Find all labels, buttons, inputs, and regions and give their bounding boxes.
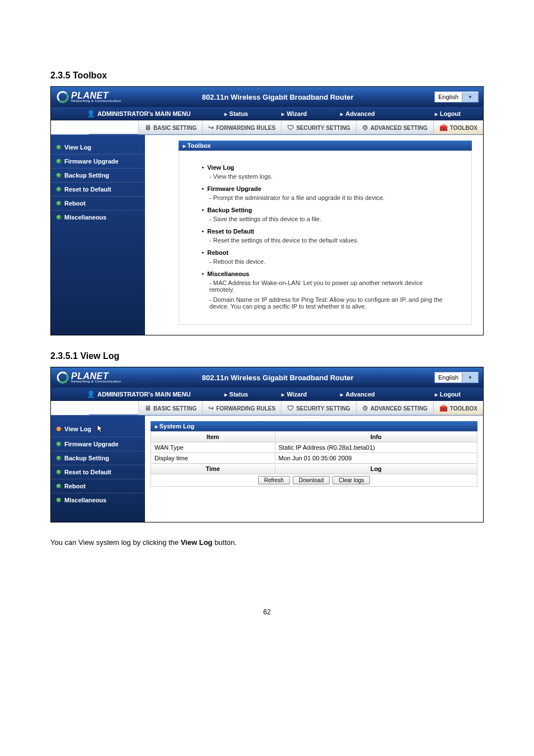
tb-item: Reboot [202, 249, 449, 256]
content-panel: Toolbox View Log - View the system logs.… [145, 135, 483, 335]
menu-item-status[interactable]: Status [224, 110, 249, 117]
sub-tabs: 🖥BASIC SETTING ↪FORWARDING RULES 🛡SECURI… [51, 401, 483, 416]
bullet-icon [57, 187, 61, 192]
tb-desc: - Save the settings of this device to a … [209, 216, 449, 222]
menu-item-logout[interactable]: Logout [435, 110, 461, 117]
bullet-icon [57, 215, 61, 220]
tb-desc: - Reset the settings of this device to t… [209, 237, 449, 244]
sidebar-item-firmware[interactable]: Firmware Upgrade [51, 437, 145, 451]
menu-item-status[interactable]: Status [224, 391, 249, 398]
page-number: 62 [50, 608, 484, 616]
clear-logs-button[interactable]: Clear logs [332, 476, 370, 484]
admin-label: 👤 ADMINISTRATOR's MAIN MENU [51, 390, 191, 398]
chevron-down-icon: ▼ [462, 373, 478, 382]
menu-item-advanced[interactable]: Advanced [340, 110, 375, 117]
tb-item: View Log [202, 164, 449, 171]
tb-item: Miscellaneous [202, 270, 449, 277]
tab-advanced[interactable]: ⚙ADVANCED SETTING [356, 121, 433, 134]
tb-desc: - View the system logs. [209, 173, 449, 180]
brand-logo: PLANET Networking & Communication [51, 91, 121, 103]
tab-forwarding[interactable]: ↪FORWARDING RULES [202, 121, 281, 134]
bullet-icon [57, 159, 61, 164]
tab-toolbox[interactable]: 🧰TOOLBOX [433, 121, 483, 134]
bullet-icon [57, 427, 61, 431]
refresh-button[interactable]: Refresh [258, 476, 290, 484]
toolbox-icon: 🧰 [439, 404, 448, 412]
tb-item: Reset to Default [202, 228, 449, 235]
cell-info: Mon Jun 01 00:35:06 2009 [275, 453, 477, 464]
tab-basic[interactable]: 🖥BASIC SETTING [138, 121, 202, 134]
bullet-icon [57, 498, 61, 502]
bullet-icon [57, 470, 61, 474]
tab-basic[interactable]: 🖥BASIC SETTING [138, 402, 202, 415]
sidebar-item-viewlog[interactable]: View Log [51, 141, 145, 155]
sidebar: View Log Firmware Upgrade Backup Setting… [51, 135, 145, 335]
download-button[interactable]: Download [293, 476, 330, 484]
bullet-icon [57, 456, 61, 460]
sidebar-item-backup[interactable]: Backup Setting [51, 451, 145, 465]
main-menu: 👤 ADMINISTRATOR's MAIN MENU Status Wizar… [51, 107, 483, 120]
brand-logo: PLANET Networking & Communication [51, 371, 121, 384]
forward-icon: ↪ [208, 404, 214, 412]
screenshot-toolbox: PLANET Networking & Communication 802.11… [50, 86, 484, 335]
tab-toolbox[interactable]: 🧰TOOLBOX [433, 402, 483, 415]
tab-security[interactable]: 🛡SECURITY SETTING [281, 121, 356, 134]
tb-desc: - Reboot this device. [209, 258, 449, 265]
language-select[interactable]: English ▼ [434, 372, 479, 383]
menu-item-advanced[interactable]: Advanced [340, 391, 375, 398]
menu-item-wizard[interactable]: Wizard [282, 110, 307, 117]
sidebar-item-viewlog[interactable]: View Log [51, 421, 145, 437]
sub-tabs: 🖥BASIC SETTING ↪FORWARDING RULES 🛡SECURI… [51, 120, 483, 135]
tab-advanced[interactable]: ⚙ADVANCED SETTING [356, 402, 433, 415]
language-select[interactable]: English ▼ [434, 91, 479, 102]
sidebar-item-firmware[interactable]: Firmware Upgrade [51, 155, 145, 169]
menu-item-wizard[interactable]: Wizard [282, 391, 307, 398]
app-title: 802.11n Wireless Gigabit Broadband Route… [121, 93, 434, 101]
table-row: WAN Type Static IP Address (R0.28a1.beta… [151, 442, 477, 453]
user-icon: 👤 [87, 110, 95, 118]
sidebar-item-reset[interactable]: Reset to Default [51, 183, 145, 197]
tb-item: Backup Setting [202, 207, 449, 213]
button-row: Refresh Download Clear logs [151, 474, 477, 487]
bullet-icon [57, 201, 61, 206]
system-log-table: Item Info WAN Type Static IP Address (R0… [151, 431, 477, 487]
panel-title: System Log [151, 421, 477, 431]
panel-title: Toolbox [179, 141, 472, 151]
section-heading-viewlog: 2.3.5.1 View Log [50, 351, 484, 361]
chevron-down-icon: ▼ [462, 92, 478, 102]
gear-icon: ⚙ [362, 124, 368, 132]
app-header: PLANET Networking & Communication 802.11… [51, 87, 483, 107]
app-title: 802.11n Wireless Gigabit Broadband Route… [121, 374, 434, 382]
tb-desc: - Prompt the administrator for a file an… [209, 194, 449, 201]
sidebar-item-reboot[interactable]: Reboot [51, 479, 145, 493]
tab-security[interactable]: 🛡SECURITY SETTING [281, 402, 356, 415]
tb-desc: - Domain Name or IP address for Ping Tes… [209, 296, 449, 310]
tab-forwarding[interactable]: ↪FORWARDING RULES [202, 402, 281, 415]
menu-item-logout[interactable]: Logout [435, 391, 461, 398]
toolbox-description: View Log - View the system logs. Firmwar… [179, 151, 472, 325]
sidebar-item-misc[interactable]: Miscellaneous [51, 493, 145, 507]
tb-item: Firmware Upgrade [202, 185, 449, 192]
sidebar-item-backup[interactable]: Backup Setting [51, 169, 145, 183]
sidebar-item-misc[interactable]: Miscellaneous [51, 211, 145, 224]
sidebar-item-reset[interactable]: Reset to Default [51, 465, 145, 479]
shield-icon: 🛡 [287, 404, 294, 412]
bullet-icon [57, 484, 61, 488]
col-info: Info [275, 432, 477, 442]
cell-item: Display time [151, 453, 275, 464]
sidebar: View Log Firmware Upgrade Backup Setting… [51, 416, 145, 522]
section-heading-toolbox: 2.3.5 Toolbox [50, 71, 484, 81]
sidebar-item-reboot[interactable]: Reboot [51, 197, 145, 211]
bullet-icon [57, 145, 61, 150]
tb-desc: - MAC Address for Wake-on-LAN: Let you t… [209, 279, 449, 293]
col-item: Item [151, 432, 275, 442]
caption-text: You can View system log by clicking the … [50, 538, 484, 547]
admin-label: 👤 ADMINISTRATOR's MAIN MENU [51, 110, 191, 118]
gear-icon: ⚙ [362, 404, 368, 412]
bullet-icon [57, 442, 61, 446]
main-menu: 👤 ADMINISTRATOR's MAIN MENU Status Wizar… [51, 388, 483, 401]
content-panel: System Log Item Info WAN Type Static IP … [145, 416, 483, 522]
language-value: English [435, 94, 462, 100]
monitor-icon: 🖥 [144, 404, 151, 412]
forward-icon: ↪ [208, 124, 214, 132]
